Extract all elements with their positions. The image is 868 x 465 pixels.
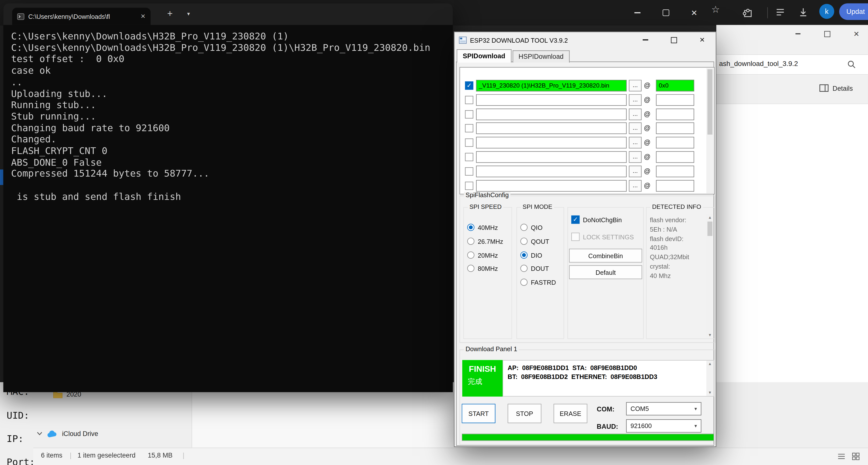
tab-dropdown-icon[interactable]: ▾ xyxy=(187,10,190,17)
radio-80mhz[interactable]: 80MHz xyxy=(467,265,498,272)
donotchgbin-checkbox[interactable]: DoNotChgBin xyxy=(571,215,622,224)
file-path-field[interactable] xyxy=(476,166,627,177)
browse-button[interactable]: ... xyxy=(629,109,642,120)
browser-update-button[interactable]: Updat xyxy=(839,3,868,20)
chevron-down-icon: ▾ xyxy=(694,406,697,411)
esp32-minimize-button[interactable] xyxy=(637,32,654,48)
tab-spidownload[interactable]: SPIDownload xyxy=(457,49,512,63)
file-row: _V119_230820 (1)\H32B_Pro_V119_230820.bi… xyxy=(460,80,714,92)
view-list-icon[interactable] xyxy=(837,452,846,461)
radio-dot xyxy=(467,252,474,259)
explorer-maximize-button[interactable] xyxy=(819,28,835,40)
file-path-field[interactable] xyxy=(476,94,627,106)
stop-button[interactable]: STOP xyxy=(507,404,541,423)
background-label-port: Port: xyxy=(7,456,35,465)
offset-field[interactable] xyxy=(656,109,694,120)
scroll-up-icon[interactable]: ▲ xyxy=(706,215,714,221)
radio-fastrd[interactable]: FASTRD xyxy=(520,279,556,286)
terminal-output: C:\Users\kenny\Downloads\H32B_Pro_V119_2… xyxy=(11,30,431,203)
file-row-checkbox[interactable] xyxy=(465,124,473,133)
details-pane-icon[interactable] xyxy=(819,84,829,92)
file-row-checkbox[interactable] xyxy=(465,153,473,161)
details-label[interactable]: Details xyxy=(833,85,853,92)
toolbar-separator xyxy=(767,7,768,18)
radio-dout[interactable]: DOUT xyxy=(520,265,549,272)
explorer-search-bar[interactable]: ash_download_tool_3.9.2 xyxy=(716,54,868,75)
browse-button[interactable]: ... xyxy=(629,94,642,106)
esp32-tab-page: _V119_230820 (1)\H32B_Pro_V119_230820.bi… xyxy=(456,61,714,446)
browse-button[interactable]: ... xyxy=(629,122,642,134)
radio-dio[interactable]: DIO xyxy=(520,252,542,259)
new-tab-button[interactable]: + xyxy=(167,8,173,20)
file-list-scrollbar[interactable] xyxy=(706,68,714,194)
favorites-icon[interactable]: ☆ xyxy=(711,5,720,14)
chevron-down-icon[interactable] xyxy=(36,432,43,436)
file-path-field[interactable] xyxy=(476,122,627,134)
combinebin-button[interactable]: CombineBin xyxy=(569,249,642,263)
offset-field[interactable] xyxy=(656,180,694,192)
terminal-tab[interactable]: C:\Users\kenny\Downloads\fl ✕ xyxy=(12,8,150,25)
start-button[interactable]: START xyxy=(462,404,495,423)
esp32-maximize-button[interactable] xyxy=(665,32,683,48)
tree-item-icloud[interactable]: iCloud Drive xyxy=(36,430,98,437)
browse-button[interactable]: ... xyxy=(629,80,642,91)
explorer-close-button[interactable]: ✕ xyxy=(849,28,864,40)
com-select[interactable]: COM5 ▾ xyxy=(626,402,702,415)
scrollbar-thumb[interactable] xyxy=(707,69,712,135)
esp32-close-button[interactable]: ✕ xyxy=(693,32,711,48)
radio-40mhz[interactable]: 40MHz xyxy=(467,224,498,231)
browse-button[interactable]: ... xyxy=(629,180,642,192)
file-row-checkbox[interactable] xyxy=(465,167,473,176)
offset-field[interactable] xyxy=(656,122,694,134)
radio-label: 26.7MHz xyxy=(477,238,503,244)
browser-close-button[interactable]: ✕ xyxy=(685,4,704,22)
scroll-down-icon[interactable]: ▼ xyxy=(706,390,714,395)
default-button[interactable]: Default xyxy=(569,265,642,279)
baud-select[interactable]: 921600 ▾ xyxy=(626,419,702,433)
search-icon[interactable] xyxy=(847,60,856,69)
erase-button[interactable]: ERASE xyxy=(554,404,587,423)
scrollbar-thumb[interactable] xyxy=(707,222,712,236)
extensions-icon[interactable] xyxy=(742,6,754,18)
detected-info-scrollbar[interactable]: ▲ ▼ xyxy=(706,214,714,338)
browser-minimize-button[interactable] xyxy=(628,4,647,22)
file-row-checkbox[interactable] xyxy=(465,81,473,90)
radio-label: 80MHz xyxy=(477,265,498,272)
at-label: @ xyxy=(644,138,650,146)
at-label: @ xyxy=(644,110,650,118)
offset-field[interactable]: 0x0 xyxy=(656,80,694,91)
radio-qout[interactable]: QOUT xyxy=(520,238,549,245)
browse-button[interactable]: ... xyxy=(629,166,642,177)
file-row-checkbox[interactable] xyxy=(465,96,473,104)
lock-settings-checkbox[interactable]: LOCK SETTINGS xyxy=(571,233,634,241)
offset-field[interactable] xyxy=(656,94,694,106)
offset-field[interactable] xyxy=(656,137,694,149)
browser-maximize-button[interactable] xyxy=(657,4,675,22)
offset-field[interactable] xyxy=(656,151,694,163)
browse-button[interactable]: ... xyxy=(629,137,642,149)
tab-close-icon[interactable]: ✕ xyxy=(141,13,146,20)
terminal-tabbar: C:\Users\kenny\Downloads\fl ✕ + ▾ xyxy=(3,3,453,25)
radio-20mhz[interactable]: 20MHz xyxy=(467,252,498,259)
file-path-field[interactable] xyxy=(476,180,627,192)
file-row-checkbox[interactable] xyxy=(465,182,473,190)
browse-button[interactable]: ... xyxy=(629,151,642,163)
downloads-icon[interactable] xyxy=(798,7,809,18)
radio-qio[interactable]: QIO xyxy=(520,224,542,231)
radio-26-7mhz[interactable]: 26.7MHz xyxy=(467,238,503,245)
tab-hspidownload[interactable]: HSPIDownload xyxy=(512,50,569,62)
avatar[interactable]: k xyxy=(819,4,834,19)
explorer-minimize-button[interactable] xyxy=(790,28,806,40)
file-path-field[interactable]: _V119_230820 (1)\H32B_Pro_V119_230820.bi… xyxy=(476,80,627,91)
mac-info-scrollbar[interactable]: ▲ ▼ xyxy=(706,360,714,396)
file-row-checkbox[interactable] xyxy=(465,110,473,119)
offset-field[interactable] xyxy=(656,166,694,177)
collections-icon[interactable] xyxy=(775,7,786,18)
file-path-field[interactable] xyxy=(476,151,627,163)
scroll-down-icon[interactable]: ▼ xyxy=(706,332,714,338)
scroll-up-icon[interactable]: ▲ xyxy=(706,361,714,367)
file-path-field[interactable] xyxy=(476,137,627,149)
view-grid-icon[interactable] xyxy=(851,452,860,461)
file-path-field[interactable] xyxy=(476,109,627,120)
file-row-checkbox[interactable] xyxy=(465,138,473,147)
